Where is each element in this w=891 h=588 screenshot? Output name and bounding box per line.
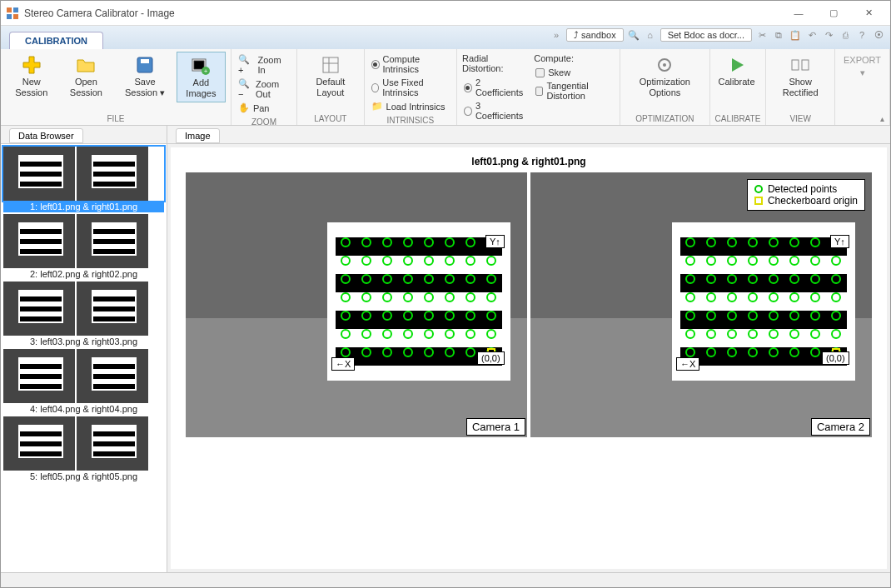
tab-calibration[interactable]: CALIBRATION <box>9 32 103 49</box>
more-icon[interactable]: ⦿ <box>872 28 885 42</box>
legend-circle-icon <box>754 185 763 193</box>
plus-icon <box>22 55 42 75</box>
compute-intrinsics-radio[interactable]: Compute Intrinsics <box>370 53 451 75</box>
thumb-right <box>77 147 148 201</box>
add-images-button[interactable]: + Add Images <box>177 52 226 102</box>
save-session-button[interactable]: Save Session ▾ <box>115 52 175 101</box>
compute-header: Compute: <box>534 53 615 63</box>
zoom-in-button[interactable]: 🔍+Zoom In <box>236 53 291 76</box>
browser-item[interactable]: 4: left04.png & right04.png <box>3 349 164 415</box>
section-layout-label: LAYOUT <box>302 112 359 125</box>
zoom-out-button[interactable]: 🔍−Zoom Out <box>236 77 291 100</box>
svg-rect-15 <box>792 60 799 70</box>
tangential-label: Tangential Distortion <box>546 81 613 101</box>
show-rectified-button[interactable]: Show Rectified <box>771 52 829 101</box>
cut-icon[interactable]: ✂ <box>755 28 769 42</box>
image-panel: Image left01.png & right01.png Y↑ ←X (0,… <box>167 126 890 572</box>
use-fixed-label: Use Fixed Intrinsics <box>382 77 450 97</box>
x-axis-label: ←X <box>676 357 699 371</box>
section-file-label: FILE <box>6 112 226 125</box>
browser-item[interactable]: 3: left03.png & right03.png <box>3 282 164 347</box>
sandbox-box[interactable]: ⤴ sandbox <box>566 28 624 42</box>
section-optimization: Optimization Options OPTIMIZATION <box>620 49 709 125</box>
two-coeff-label: 2 Coefficients <box>475 77 524 97</box>
doc-box[interactable]: Set Bdoc as docr... <box>660 28 752 42</box>
origin-label: (0,0) <box>822 351 849 365</box>
open-session-button[interactable]: Open Session <box>59 52 114 101</box>
expand-icon[interactable]: » <box>550 28 563 42</box>
thumb-right <box>77 282 148 336</box>
ribbon-tabstrip: CALIBRATION » ⤴ sandbox 🔍 ⌂ Set Bdoc as … <box>1 26 890 49</box>
x-axis-label: ←X <box>331 357 355 371</box>
image-tab[interactable]: Image <box>167 126 890 144</box>
print-icon[interactable]: ⎙ <box>839 28 852 42</box>
new-session-button[interactable]: New Session <box>6 52 57 101</box>
calibrate-button[interactable]: Calibrate <box>715 52 759 91</box>
browser-item[interactable]: 1: left01.png & right01.png <box>3 147 164 212</box>
svg-rect-0 <box>7 7 12 12</box>
legend: Detected points Checkerboard origin <box>747 179 865 211</box>
section-intrinsics: Compute Intrinsics Use Fixed Intrinsics … <box>365 49 457 125</box>
export-button[interactable]: EXPORT ▾ <box>840 52 884 81</box>
use-fixed-intrinsics-radio[interactable]: Use Fixed Intrinsics <box>370 77 451 98</box>
legend-detected-label: Detected points <box>768 183 837 195</box>
svg-rect-1 <box>13 7 18 12</box>
maximize-button[interactable]: ▢ <box>817 2 850 25</box>
minimize-button[interactable]: — <box>782 2 815 25</box>
window-title: Stereo Camera Calibrator - Image <box>24 7 782 19</box>
thumb-left <box>3 147 75 201</box>
undo-icon[interactable]: ↶ <box>805 28 819 42</box>
load-intrinsics-button[interactable]: 📁Load Intrinsics <box>370 100 451 112</box>
copy-icon[interactable]: ⧉ <box>772 28 785 42</box>
section-zoom: 🔍+Zoom In 🔍−Zoom Out ✋Pan ZOOM <box>231 49 297 125</box>
help-icon[interactable]: ? <box>855 28 869 42</box>
svg-rect-2 <box>7 14 12 19</box>
tangential-check[interactable]: Tangential Distortion <box>534 80 615 102</box>
two-coeff-radio[interactable]: 2 Coefficients <box>462 77 525 98</box>
skew-check[interactable]: Skew <box>534 67 615 78</box>
gear-icon <box>655 55 674 75</box>
rectified-icon <box>790 55 810 75</box>
radio-on-icon <box>371 60 380 69</box>
home-icon[interactable]: ⌂ <box>644 28 657 42</box>
browser-list[interactable]: 1: left01.png & right01.png2: left02.png… <box>1 144 167 572</box>
optimization-options-button[interactable]: Optimization Options <box>625 52 704 101</box>
workarea: Data Browser 1: left01.png & right01.png… <box>1 126 890 572</box>
sandbox-label: sandbox <box>581 30 616 40</box>
default-layout-button[interactable]: Default Layout <box>302 52 359 101</box>
collapse-ribbon-icon[interactable]: ▴ <box>880 114 884 123</box>
grid-icon <box>321 55 341 75</box>
ribbon: New Session Open Session Save Session ▾ … <box>1 49 890 126</box>
section-calibrate-label: CALIBRATE <box>715 112 761 125</box>
svg-rect-10 <box>323 57 338 72</box>
svg-rect-3 <box>13 14 18 19</box>
section-layout: Default Layout LAYOUT <box>297 49 365 125</box>
y-axis-label: Y↑ <box>830 235 849 248</box>
radial-distortion-header: Radial Distortion: <box>462 53 525 73</box>
zoom-out-label: Zoom Out <box>256 79 290 99</box>
browser-item[interactable]: 2: left02.png & right02.png <box>3 214 164 280</box>
paste-icon[interactable]: 📋 <box>789 28 802 42</box>
browser-item[interactable]: 5: left05.png & right05.png <box>3 416 164 482</box>
add-images-icon: + <box>191 56 211 76</box>
pan-button[interactable]: ✋Pan <box>236 102 291 114</box>
legend-square-icon <box>754 197 763 205</box>
default-layout-label: Default Layout <box>306 77 356 97</box>
statusbar <box>1 572 890 588</box>
save-session-label: Save Session ▾ <box>118 77 172 97</box>
app-logo-icon <box>6 7 19 20</box>
data-browser-tab[interactable]: Data Browser <box>1 126 167 144</box>
redo-icon[interactable]: ↷ <box>822 28 835 42</box>
camera1-view: Y↑ ←X (0,0) Camera 1 <box>186 172 527 437</box>
calibrate-label: Calibrate <box>719 77 755 87</box>
three-coeff-radio[interactable]: 3 Coefficients <box>462 100 525 122</box>
search-icon[interactable]: 🔍 <box>627 28 640 42</box>
three-coeff-label: 3 Coefficients <box>475 101 524 121</box>
svg-rect-7 <box>194 61 204 69</box>
y-axis-label: Y↑ <box>485 235 505 248</box>
image-canvas: left01.png & right01.png Y↑ ←X (0,0) Cam… <box>171 147 887 569</box>
section-export-label: ▴ <box>840 112 884 125</box>
close-button[interactable]: ✕ <box>852 2 885 25</box>
radio-off-icon <box>371 83 380 92</box>
optimization-label: Optimization Options <box>629 77 700 97</box>
